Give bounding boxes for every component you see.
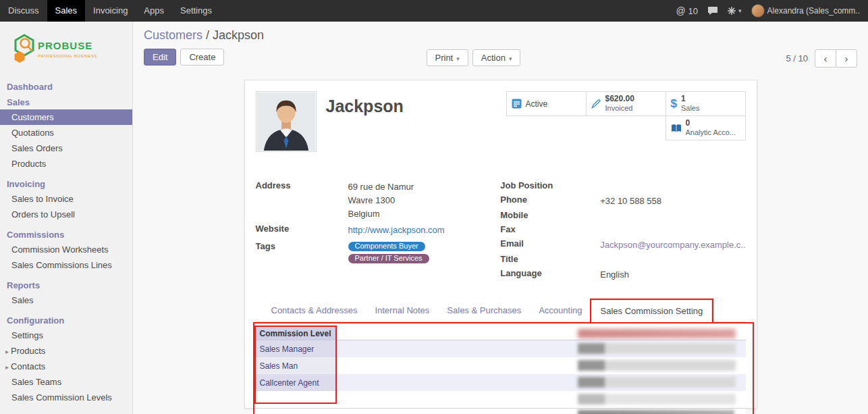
- title-label: Title: [500, 254, 600, 266]
- active-label: Active: [526, 99, 548, 109]
- commission-level-cell: Callcenter Agent: [256, 374, 337, 391]
- commission-level-header[interactable]: Commission Level: [256, 327, 337, 340]
- sidebar-item-products[interactable]: Products: [0, 156, 132, 172]
- table-footer-row: [256, 408, 746, 414]
- website-label: Website: [256, 224, 348, 237]
- sidebar-item-sales-orders[interactable]: Sales Orders: [0, 140, 132, 156]
- sidebar-section-commissions[interactable]: Commissions: [0, 226, 132, 242]
- redacted-header-cell: [578, 329, 736, 338]
- edit-button[interactable]: Edit: [144, 49, 176, 66]
- hexagon-orange-icon: [15, 51, 25, 63]
- customer-form-sheet: Jackpson Active $620.00Invoiced $ 1Sa: [244, 80, 757, 409]
- probuse-logo: PROBUSE PROFESSIONAL BUSINESS: [0, 22, 132, 78]
- create-button[interactable]: Create: [180, 49, 224, 66]
- sidebar-section-sales[interactable]: Sales: [0, 94, 132, 109]
- breadcrumb-customers[interactable]: Customers: [144, 28, 202, 42]
- chevron-down-icon: ▾: [738, 7, 742, 14]
- redacted-value-cell: [578, 377, 736, 388]
- print-dropdown-button[interactable]: Print▾: [427, 49, 468, 66]
- sidebar-item-settings[interactable]: Settings: [0, 328, 132, 343]
- customer-photo[interactable]: [256, 91, 317, 152]
- pencil-icon: [591, 99, 601, 109]
- user-menu-button[interactable]: Alexandra (Sales_comm..: [751, 4, 860, 18]
- sidebar-item-sales-commission-levels[interactable]: Sales Commission Levels: [0, 390, 132, 405]
- pager-previous-button[interactable]: ‹: [815, 49, 836, 68]
- sidebar-section-reports[interactable]: Reports: [0, 277, 132, 292]
- sidebar-item-label: Products: [11, 346, 45, 356]
- analytic-count-value: 0: [686, 119, 690, 128]
- tag-partner-it-services: Partner / IT Services: [348, 254, 429, 263]
- mentions-button[interactable]: @ 10: [676, 5, 698, 16]
- sidebar-section-invoicing[interactable]: Invoicing: [0, 176, 132, 191]
- svg-text:PROBUSE: PROBUSE: [38, 40, 92, 51]
- redacted-value-cell: [578, 343, 736, 354]
- menu-invoicing[interactable]: Invoicing: [85, 0, 136, 22]
- pager-next-button[interactable]: ›: [836, 49, 857, 68]
- tab-sales-purchases[interactable]: Sales & Purchases: [438, 300, 530, 321]
- sales-stat-button[interactable]: $ 1Sales: [666, 91, 746, 116]
- user-avatar: [751, 4, 765, 18]
- dollar-icon: $: [671, 97, 677, 111]
- tab-sales-commission-setting[interactable]: Sales Commission Setting: [591, 300, 713, 322]
- stat-buttons: Active $620.00Invoiced $ 1Sales 0Ana: [504, 91, 746, 140]
- sidebar-item-commission-worksheets[interactable]: Commission Worksheets: [0, 242, 132, 257]
- action-label: Action: [481, 53, 506, 63]
- messages-button[interactable]: [707, 6, 718, 16]
- sidebar-item-orders-to-upsell[interactable]: Orders to Upsell: [0, 207, 132, 222]
- debug-menu-button[interactable]: ▾: [728, 7, 742, 15]
- chevron-down-icon: ▾: [456, 55, 460, 62]
- breadcrumb: Customers / Jackpson: [144, 28, 857, 43]
- menu-settings[interactable]: Settings: [172, 0, 220, 22]
- menu-apps[interactable]: Apps: [136, 0, 172, 22]
- topbar: Discuss Sales Invoicing Apps Settings @ …: [0, 0, 868, 22]
- sidebar-section-dashboard[interactable]: Dashboard: [0, 78, 132, 94]
- fax-label: Fax: [500, 224, 600, 236]
- active-icon: [512, 99, 522, 109]
- field-grid: Address 69 rue de Namur Wavre 1300 Belgi…: [256, 180, 746, 284]
- sidebar-item-config-products[interactable]: ▸Products: [0, 343, 132, 359]
- sidebar-item-config-contacts[interactable]: ▸Contacts: [0, 359, 132, 374]
- sidebar-item-quotations[interactable]: Quotations: [0, 125, 132, 140]
- debug-star-icon: [728, 7, 736, 15]
- tab-internal-notes[interactable]: Internal Notes: [366, 300, 438, 321]
- magnifier-icon: [21, 39, 30, 48]
- sidebar-item-customers[interactable]: Customers: [0, 109, 132, 125]
- active-stat-button[interactable]: Active: [506, 91, 587, 116]
- print-label: Print: [435, 53, 454, 63]
- sales-count-label: Sales: [681, 104, 700, 112]
- menu-sales[interactable]: Sales: [47, 0, 86, 22]
- address-value: 69 rue de Namur Wavre 1300 Belgium: [348, 180, 414, 221]
- user-name: Alexandra (Sales_comm..: [767, 6, 860, 16]
- tab-accounting[interactable]: Accounting: [530, 300, 591, 321]
- email-link[interactable]: Jackpson@yourcompany.example.c..: [600, 238, 745, 252]
- language-value: English: [600, 268, 629, 282]
- invoiced-stat-button[interactable]: $620.00Invoiced: [586, 91, 666, 116]
- commission-table-header-row: Commission Level: [256, 327, 746, 340]
- sidebar-item-sales-to-invoice[interactable]: Sales to Invoice: [0, 191, 132, 207]
- address-line-2: Wavre 1300: [348, 194, 414, 207]
- menu-discuss[interactable]: Discuss: [0, 0, 47, 22]
- tab-contacts-addresses[interactable]: Contacts & Addresses: [263, 300, 367, 321]
- sidebar-item-reports-sales[interactable]: Sales: [0, 292, 132, 308]
- table-row[interactable]: Sales Manager: [256, 340, 746, 357]
- table-row[interactable]: Callcenter Agent: [256, 374, 746, 391]
- book-icon: [671, 124, 682, 133]
- sidebar-item-sales-teams[interactable]: Sales Teams: [0, 374, 132, 390]
- breadcrumb-separator: /: [206, 28, 209, 42]
- action-dropdown-button[interactable]: Action▾: [472, 49, 521, 66]
- content-area: Jackpson Active $620.00Invoiced $ 1Sa: [133, 80, 868, 414]
- tree-expand-icon: ▸: [5, 363, 9, 371]
- redacted-value-cell: [578, 394, 736, 405]
- mobile-label: Mobile: [500, 210, 600, 222]
- commission-table: Commission Level Sales Manager Sales Man: [256, 327, 746, 414]
- topbar-right: @ 10 ▾ Alexandra (Sales_comm..: [676, 0, 868, 22]
- table-row[interactable]: Sales Man: [256, 357, 746, 374]
- address-line-3: Belgium: [348, 207, 414, 221]
- website-link[interactable]: http://www.jackpson.com: [348, 224, 445, 237]
- control-panel: Customers / Jackpson Edit Create Print▾ …: [133, 22, 868, 80]
- analytic-stat-button[interactable]: 0Analytic Acco...: [666, 115, 746, 140]
- sidebar-section-configuration[interactable]: Configuration: [0, 312, 132, 328]
- phone-value: +32 10 588 558: [600, 195, 661, 208]
- address-line-1: 69 rue de Namur: [348, 180, 414, 194]
- sidebar-item-sales-commissions-lines[interactable]: Sales Commissions Lines: [0, 257, 132, 273]
